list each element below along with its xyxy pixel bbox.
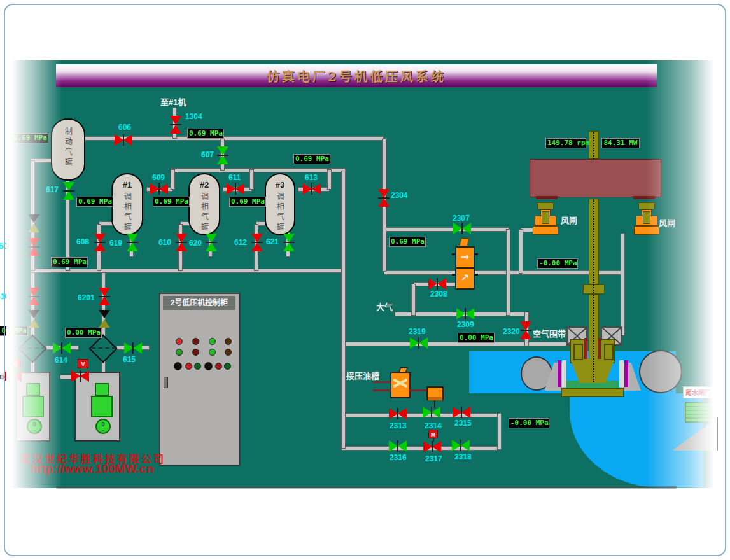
pipe-segment xyxy=(171,169,175,190)
pipe-segment xyxy=(249,169,254,190)
seal-purple-right xyxy=(624,360,628,387)
pipe-segment xyxy=(384,227,509,232)
oil-tank-label: 接压油槽 xyxy=(346,369,379,381)
valve-pump1-relief[interactable] xyxy=(4,370,22,382)
valve-2318[interactable] xyxy=(452,440,470,451)
tank2-pressure: 0.69 MPa xyxy=(153,197,190,207)
tank-number: #1 xyxy=(123,180,132,190)
valve-613[interactable] xyxy=(303,183,321,195)
pipe-segment xyxy=(141,346,150,350)
valve-2308[interactable] xyxy=(428,278,446,290)
pipe-segment xyxy=(384,270,458,275)
valve-pump2-relief[interactable] xyxy=(71,370,89,382)
oil-actuator-base xyxy=(428,397,442,400)
atmosphere-label: 大气 xyxy=(376,300,393,312)
valve-label-606: 606 xyxy=(118,123,131,132)
tank1-pressure: 0.69 MPa xyxy=(76,197,113,207)
valve-label-609: 609 xyxy=(152,173,165,182)
seal-white-left xyxy=(562,360,566,387)
oil-line xyxy=(410,389,428,391)
valve-label-611: 611 xyxy=(228,173,241,182)
valve-label-2317: 2317 xyxy=(425,454,442,463)
valve-611[interactable] xyxy=(227,183,244,195)
valve-608[interactable] xyxy=(94,234,106,251)
indicator-light xyxy=(185,363,192,370)
pipe-segment xyxy=(341,413,500,417)
valve-619[interactable] xyxy=(127,234,138,251)
valve-607[interactable] xyxy=(217,146,228,164)
valve-612[interactable] xyxy=(251,234,263,251)
valve-6201[interactable] xyxy=(99,288,110,305)
control-knob[interactable] xyxy=(204,362,213,370)
air-brake-label-right: 风闸 xyxy=(659,216,675,228)
valve-2309[interactable] xyxy=(456,308,474,319)
distributor-tick xyxy=(475,274,478,276)
valve-6101[interactable] xyxy=(28,288,39,305)
valve-615[interactable] xyxy=(124,342,142,354)
valve-621[interactable] xyxy=(283,234,295,251)
distributor-tick xyxy=(452,274,455,276)
surge-tank-3[interactable]: #3 调相气罐 xyxy=(265,173,295,235)
oil-line-pressure: -0.00 MPa xyxy=(509,418,549,428)
brake-tank-pressure: 0.69 MPa xyxy=(11,133,48,143)
valve-2320[interactable] xyxy=(520,321,531,339)
shaft-centerline-2 xyxy=(593,199,594,382)
valve-label-6201: 6201 xyxy=(78,293,95,302)
valve-614[interactable] xyxy=(53,342,71,354)
shaft-centerline-1 xyxy=(593,132,594,159)
surge-tank-1[interactable]: #1 调相气罐 xyxy=(111,173,143,235)
valve-2317[interactable] xyxy=(423,441,441,452)
valve-2319[interactable] xyxy=(410,337,428,349)
power-display: 84.31 MW xyxy=(601,138,640,148)
valve-2315[interactable] xyxy=(453,407,470,418)
runner-ring xyxy=(561,388,624,397)
valve-2304[interactable] xyxy=(378,189,390,207)
valve-620[interactable] xyxy=(206,234,217,251)
tank-number: #2 xyxy=(200,180,209,190)
valve-2313[interactable] xyxy=(389,408,407,419)
pipe-segment xyxy=(101,272,106,340)
tank-label: 调相气罐 xyxy=(199,192,210,233)
pipe-segment xyxy=(341,171,346,449)
valve-label-2304: 2304 xyxy=(391,191,408,200)
valve-label-612: 612 xyxy=(234,238,247,247)
generator-rotor xyxy=(530,159,661,197)
compressor2-motor-top xyxy=(95,383,109,396)
valve-617[interactable] xyxy=(63,182,74,200)
tailwater-gate[interactable] xyxy=(685,402,715,423)
compressor2-motor-body xyxy=(91,396,113,417)
compressor1-motor-body xyxy=(22,396,44,417)
valve-610[interactable] xyxy=(176,234,187,251)
seal-white-right xyxy=(619,360,624,387)
valve-609[interactable] xyxy=(150,183,168,195)
valve-2307[interactable] xyxy=(453,223,471,234)
cabinet-handle[interactable] xyxy=(164,377,168,388)
control-cabinet[interactable]: 2号低压机控制柜 xyxy=(159,293,241,466)
oil-line xyxy=(373,389,391,391)
pipe-segment xyxy=(621,233,625,336)
valve-2314[interactable] xyxy=(423,407,440,418)
air-brake-label-left: 风闸 xyxy=(561,214,577,226)
manifold-pressure: 0.69 MPa xyxy=(51,257,88,267)
valve-605[interactable] xyxy=(28,238,39,256)
valve-2316[interactable] xyxy=(389,440,407,452)
tank-label: 调相气罐 xyxy=(275,192,286,233)
valve-label-2318: 2318 xyxy=(454,452,472,461)
surge-tank-2[interactable]: #2 调相气罐 xyxy=(188,173,220,235)
pipe-segment xyxy=(474,270,624,275)
compressor2-pressure: 0.00 MPa xyxy=(65,328,102,338)
valve-label-6101: 6101 xyxy=(0,292,13,301)
distributor-valve[interactable]: → ↗ xyxy=(455,246,475,290)
distributor-tick xyxy=(475,253,478,255)
valve-1304[interactable] xyxy=(170,116,181,134)
compressor1-motor-top xyxy=(26,383,40,396)
indicator-light xyxy=(215,363,222,370)
brake-air-tank[interactable]: 制动气罐 xyxy=(51,118,85,181)
indicator-light xyxy=(192,338,199,345)
seal-purple-left xyxy=(558,360,561,387)
control-knob[interactable] xyxy=(174,362,182,370)
valve-label-614: 614 xyxy=(55,356,67,365)
valve-606[interactable] xyxy=(115,134,132,146)
pipe-segment xyxy=(497,413,502,450)
tank-number: #3 xyxy=(276,180,284,190)
